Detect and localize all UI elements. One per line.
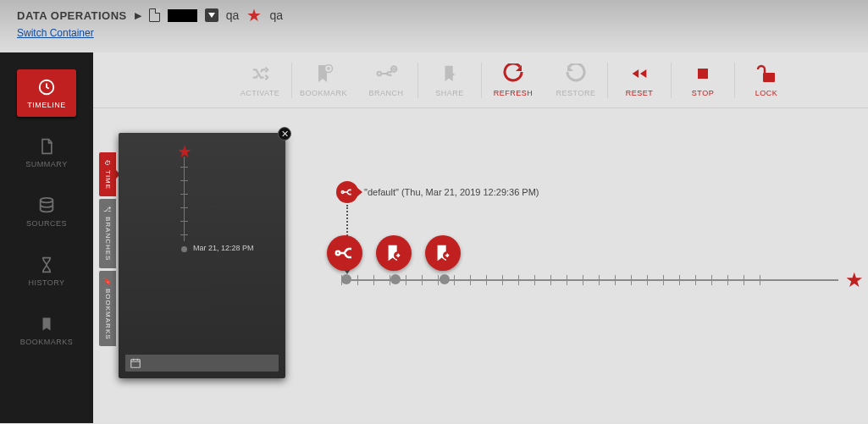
timeline-tick <box>470 275 471 285</box>
restore-button[interactable]: RESTORE <box>545 63 607 97</box>
panel-date-input[interactable] <box>125 355 279 372</box>
sidebar-item-summary[interactable]: SUMMARY <box>17 129 76 176</box>
star-icon: ★ <box>845 268 864 292</box>
timeline-tick <box>454 275 455 285</box>
timeline-tick <box>727 275 728 285</box>
vtab-time[interactable]: ⏱TIME <box>99 152 116 196</box>
bookmark-button[interactable]: BOOKMARK <box>292 63 355 97</box>
tool-label: BOOKMARK <box>300 89 347 97</box>
timeline-tick <box>518 275 519 285</box>
panel-tick <box>180 194 188 195</box>
timeline-tick <box>760 275 760 285</box>
timeline-tick <box>711 275 712 285</box>
timeline-tick <box>663 275 664 285</box>
sidebar-item-label: SUMMARY <box>25 160 67 168</box>
bookmark-node-1[interactable] <box>376 235 412 271</box>
tool-label: SHARE <box>435 89 464 97</box>
timeline-point[interactable] <box>440 274 450 284</box>
timeline-tick <box>422 275 423 285</box>
tool-label: LOCK <box>755 89 778 97</box>
svg-point-9 <box>336 251 340 255</box>
vtab-label: BOOKMARKS <box>104 289 112 340</box>
activate-button[interactable]: ACTIVATE <box>229 63 291 97</box>
branch-button[interactable]: BRANCH <box>355 63 417 97</box>
timeline-tick <box>438 275 439 285</box>
redacted-container-name <box>168 9 197 22</box>
reset-button[interactable]: RESET <box>608 63 671 97</box>
tool-label: STOP <box>692 89 714 97</box>
callout-text: "default" (Thu, Mar 21, 2019 12:29:36 PM… <box>364 187 539 197</box>
sidebar-item-label: HISTORY <box>28 278 64 287</box>
switch-container-link[interactable]: Switch Container <box>17 27 94 39</box>
sidebar-item-history[interactable]: HISTORY <box>17 247 76 295</box>
toolbar: ACTIVATE BOOKMARK BRANCH SHARE <box>93 52 868 108</box>
branch-node[interactable] <box>327 235 362 271</box>
panel-vertical-line <box>184 157 185 241</box>
timeline-panel: ✕ ★ Mar 21, 12:28 PM <box>119 133 285 378</box>
sidebar-item-bookmarks[interactable]: BOOKMARKS <box>17 306 76 354</box>
vtab-label: TIME <box>104 170 112 190</box>
bookmark-export-icon <box>434 243 452 263</box>
page-title: DATA OPERATIONS <box>17 9 127 22</box>
timeline-tick <box>357 275 358 285</box>
close-icon[interactable]: ✕ <box>278 127 291 140</box>
timeline-tick <box>615 275 616 285</box>
stop-button[interactable]: STOP <box>672 63 734 97</box>
sidebar: TIMELINE SUMMARY SOURCES HISTORY BOOKMAR… <box>0 52 93 423</box>
timeline-tick <box>567 275 567 285</box>
timeline-tick <box>406 275 406 285</box>
timeline-tick <box>647 275 648 285</box>
sidebar-item-label: SOURCES <box>26 219 67 228</box>
timeline-callout: "default" (Thu, Mar 21, 2019 12:29:36 PM… <box>336 181 539 203</box>
lock-button[interactable]: LOCK <box>735 63 798 97</box>
tool-label: REFRESH <box>494 89 534 97</box>
panel-tick <box>180 167 188 168</box>
download-box-icon <box>205 8 218 22</box>
timeline-tick <box>373 275 374 285</box>
refresh-icon <box>503 63 523 84</box>
tool-label: ACTIVATE <box>240 89 280 97</box>
panel-point[interactable] <box>181 246 187 252</box>
panel-tick <box>180 207 188 208</box>
timeline-tick <box>679 275 680 285</box>
bookmark-node-2[interactable] <box>425 235 461 271</box>
sidebar-item-sources[interactable]: SOURCES <box>17 188 76 235</box>
restore-icon <box>566 63 586 84</box>
branch-icon <box>336 181 358 203</box>
horizontal-timeline[interactable]: ★ <box>341 279 838 281</box>
star-icon: ★ <box>177 141 192 162</box>
sidebar-item-timeline[interactable]: TIMELINE <box>17 69 76 117</box>
lock-open-icon <box>756 63 777 84</box>
chevron-right-icon: ▶ <box>135 10 141 21</box>
sidebar-item-label: TIMELINE <box>27 101 66 109</box>
svg-point-3 <box>377 71 381 75</box>
share-button[interactable]: SHARE <box>418 63 481 97</box>
document-icon <box>37 137 56 156</box>
timeline-point[interactable] <box>390 274 401 284</box>
timeline-tick <box>599 275 600 285</box>
vtab-branches[interactable]: ⎇BRANCHES <box>99 199 116 267</box>
shuffle-icon <box>249 63 271 84</box>
breadcrumb-item-qa[interactable]: qa <box>226 8 240 22</box>
timeline-tick <box>631 275 632 285</box>
svg-rect-5 <box>698 69 708 79</box>
timeline-tick <box>583 275 583 285</box>
svg-point-1 <box>41 197 53 202</box>
rewind-icon <box>628 63 650 84</box>
panel-tick <box>180 180 188 181</box>
panel-tick <box>180 234 188 235</box>
timeline-tick <box>486 275 487 285</box>
vtab-label: BRANCHES <box>104 217 112 261</box>
refresh-button[interactable]: REFRESH <box>482 63 545 97</box>
hourglass-icon <box>37 256 56 274</box>
panel-tick <box>180 221 188 222</box>
breadcrumb-item-qa-star[interactable]: qa <box>269 8 283 22</box>
share-icon <box>440 63 459 84</box>
timeline-point[interactable] <box>341 274 351 284</box>
timeline-tick <box>695 275 696 285</box>
vtab-bookmarks[interactable]: 🔖BOOKMARKS <box>99 271 116 347</box>
panel-point-label: Mar 21, 12:28 PM <box>193 244 254 252</box>
svg-rect-6 <box>763 73 775 82</box>
timeline-tick <box>502 275 503 285</box>
breadcrumb: DATA OPERATIONS ▶ qa ★ qa <box>17 8 868 22</box>
